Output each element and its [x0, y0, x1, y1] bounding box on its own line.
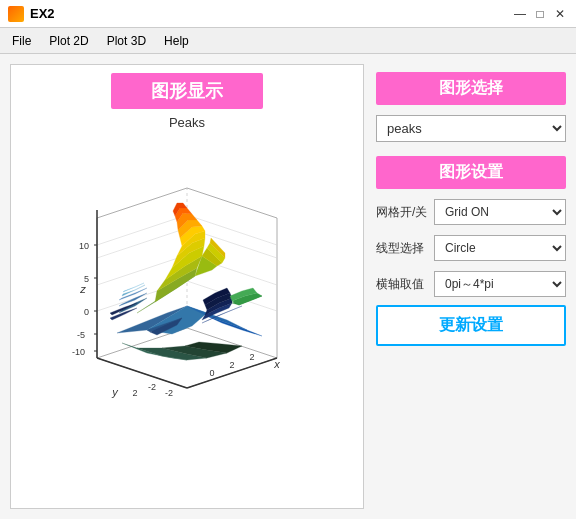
svg-line-9: [97, 215, 187, 245]
menubar: File Plot 2D Plot 3D Help: [0, 28, 576, 54]
minimize-button[interactable]: —: [512, 6, 528, 22]
titlebar-left: EX2: [8, 6, 55, 22]
svg-text:-2: -2: [165, 388, 173, 398]
line-setting-row: 线型选择 Circle Line Star: [376, 235, 566, 261]
maximize-button[interactable]: □: [532, 6, 548, 22]
line-dropdown[interactable]: Circle Line Star: [434, 235, 566, 261]
titlebar: EX2 — □ ✕: [0, 0, 576, 28]
grid-setting-row: 网格开/关 Grid ON Grid OFF: [376, 199, 566, 225]
range-setting-row: 横轴取值 0pi～4*pi 0pi～2*pi -2pi～2pi: [376, 271, 566, 297]
line-label: 线型选择: [376, 240, 428, 257]
svg-text:2: 2: [229, 360, 234, 370]
plot-canvas: 10 5 0 -5 -10 z 2 -2 -2 y 0 2: [47, 138, 327, 418]
range-dropdown[interactable]: 0pi～4*pi 0pi～2*pi -2pi～2pi: [434, 271, 566, 297]
svg-text:2: 2: [132, 388, 137, 398]
svg-text:0: 0: [84, 307, 89, 317]
select-section-banner: 图形选择: [376, 72, 566, 105]
svg-line-55: [97, 358, 187, 388]
menu-help[interactable]: Help: [156, 30, 197, 51]
main-content: 图形显示 Peaks: [0, 54, 576, 519]
svg-marker-17: [207, 316, 262, 336]
update-settings-button[interactable]: 更新设置: [376, 305, 566, 346]
plot-title-banner: 图形显示: [111, 73, 263, 109]
settings-section: 图形设置 网格开/关 Grid ON Grid OFF 线型选择 Circle …: [376, 156, 566, 346]
select-section: 图形选择 peaks sinc custom: [376, 72, 566, 142]
svg-text:-5: -5: [77, 330, 85, 340]
settings-section-banner: 图形设置: [376, 156, 566, 189]
svg-text:0: 0: [209, 368, 214, 378]
plot-area: 图形显示 Peaks: [10, 64, 364, 509]
plot-subtitle: Peaks: [169, 115, 205, 130]
svg-line-3: [97, 188, 187, 218]
range-label: 横轴取值: [376, 276, 428, 293]
peaks-chart: 10 5 0 -5 -10 z 2 -2 -2 y 0 2: [47, 138, 327, 408]
svg-text:2: 2: [249, 352, 254, 362]
close-button[interactable]: ✕: [552, 6, 568, 22]
svg-text:z: z: [79, 283, 86, 295]
svg-text:10: 10: [79, 241, 89, 251]
svg-text:-10: -10: [72, 347, 85, 357]
menu-file[interactable]: File: [4, 30, 39, 51]
titlebar-controls: — □ ✕: [512, 6, 568, 22]
svg-line-4: [187, 188, 277, 218]
menu-plot3d[interactable]: Plot 3D: [99, 30, 154, 51]
grid-dropdown[interactable]: Grid ON Grid OFF: [434, 199, 566, 225]
menu-plot2d[interactable]: Plot 2D: [41, 30, 96, 51]
svg-line-8: [97, 228, 187, 258]
app-icon: [8, 6, 24, 22]
app-title: EX2: [30, 6, 55, 21]
svg-text:y: y: [111, 386, 119, 398]
select-dropdown-wrapper: peaks sinc custom: [376, 115, 566, 142]
grid-label: 网格开/关: [376, 204, 428, 221]
graph-select-dropdown[interactable]: peaks sinc custom: [376, 115, 566, 142]
right-panel: 图形选择 peaks sinc custom 图形设置 网格开/关 Grid O…: [376, 64, 566, 509]
svg-text:x: x: [273, 358, 280, 370]
svg-text:-2: -2: [148, 382, 156, 392]
